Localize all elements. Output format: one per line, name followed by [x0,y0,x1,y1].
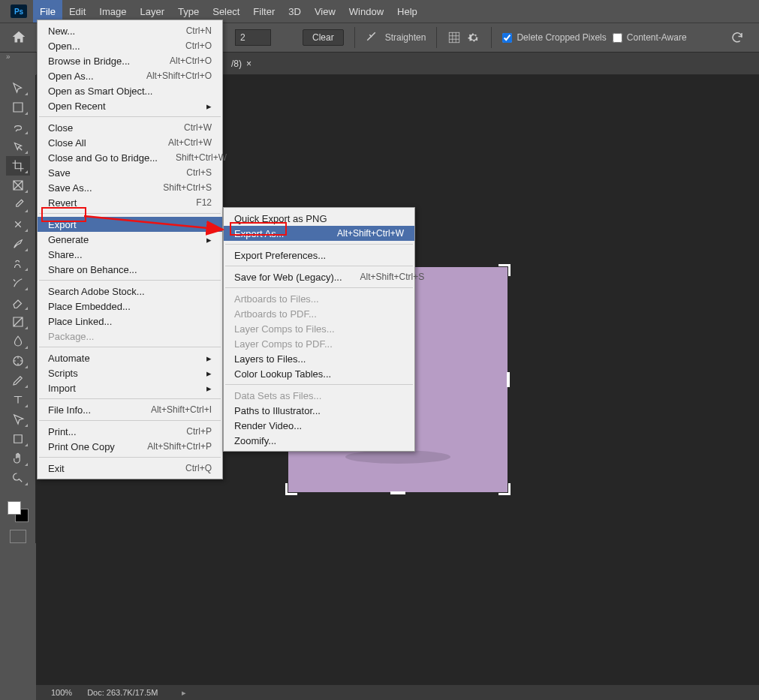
menu-item-label: Place Linked... [48,316,112,327]
file-menu-item-revert[interactable]: RevertF12 [38,195,222,210]
menu-item-label: Close and Go to Bridge... [48,152,158,164]
tool-dodge[interactable] [6,351,30,371]
quick-mask-icon[interactable] [10,530,26,543]
file-menu-item-open-recent[interactable]: Open Recent▸ [38,98,222,113]
menu-filter[interactable]: Filter [246,0,282,23]
file-menu-item-import[interactable]: Import▸ [38,380,222,395]
file-menu-item-exit[interactable]: ExitCtrl+Q [38,461,222,476]
tool-eyedropper[interactable] [6,195,30,215]
export-menu-item-layers-to-files[interactable]: Layers to Files... [224,351,414,366]
menu-item-label: Export As... [234,228,284,239]
file-menu-item-open[interactable]: Open...Ctrl+O [38,38,222,53]
crop-handle-tr[interactable] [498,264,511,276]
gear-icon[interactable] [467,31,480,44]
export-menu-item-render-video[interactable]: Render Video... [224,418,414,433]
clear-button[interactable]: Clear [303,29,344,46]
export-menu-item-save-for-web-legacy[interactable]: Save for Web (Legacy)...Alt+Shift+Ctrl+S [224,269,414,284]
export-menu-item-export-preferences[interactable]: Export Preferences... [224,248,414,263]
menu-help[interactable]: Help [390,0,424,23]
document-tab[interactable]: /8) × [225,59,258,69]
tool-frame[interactable] [6,176,30,195]
file-menu-item-export[interactable]: Export▸ [38,217,222,232]
tool-marquee[interactable] [6,98,30,117]
tool-path-select[interactable] [6,410,30,429]
file-menu-item-file-info[interactable]: File Info...Alt+Shift+Ctrl+I [38,402,222,417]
tool-pen[interactable] [6,371,30,390]
menu-shortcut: Shift+Ctrl+S [163,182,212,193]
file-menu-item-close-and-go-to-bridge[interactable]: Close and Go to Bridge...Shift+Ctrl+W [38,150,222,165]
tool-move[interactable] [6,78,30,98]
file-menu-item-share-on-behance[interactable]: Share on Behance... [38,262,222,277]
file-menu-item-automate[interactable]: Automate▸ [38,350,222,365]
file-menu-item-save-as[interactable]: Save As...Shift+Ctrl+S [38,180,222,195]
file-menu-item-close-all[interactable]: Close AllAlt+Ctrl+W [38,135,222,150]
tool-zoom[interactable] [6,468,30,488]
tool-brush[interactable] [6,234,30,254]
crop-handle-bl[interactable] [285,483,297,495]
content-aware-input[interactable] [613,33,622,43]
file-menu-item-place-embedded[interactable]: Place Embedded... [38,299,222,314]
file-menu-item-browse-in-bridge[interactable]: Browse in Bridge...Alt+Ctrl+O [38,53,222,68]
tool-gradient[interactable] [6,312,30,332]
crop-handle-right[interactable] [507,372,510,387]
menu-item-label: Artboards to Files... [234,293,319,305]
status-bar: 100% Doc: 263.7K/17.5M ▸ [36,685,759,700]
export-menu-item-quick-export-as-png[interactable]: Quick Export as PNG [224,211,414,226]
file-menu-item-open-as[interactable]: Open As...Alt+Shift+Ctrl+O [38,68,222,83]
straighten-icon[interactable] [366,31,379,44]
file-menu-item-search-adobe-stock[interactable]: Search Adobe Stock... [38,284,222,299]
export-menu-item-export-as[interactable]: Export As...Alt+Shift+Ctrl+W [224,226,414,241]
file-menu-item-save[interactable]: SaveCtrl+S [38,165,222,180]
file-menu-item-place-linked[interactable]: Place Linked... [38,314,222,329]
export-menu-item-paths-to-illustrator[interactable]: Paths to Illustrator... [224,403,414,418]
menu-view[interactable]: View [308,0,342,23]
crop-handle-bottom[interactable] [390,491,405,494]
menu-separator [225,266,413,266]
export-menu-item-zoomify[interactable]: Zoomify... [224,433,414,448]
file-menu-item-generate[interactable]: Generate▸ [38,232,222,247]
tool-hand[interactable] [6,449,30,468]
tool-blur[interactable] [6,332,30,351]
menu-item-label: Share... [48,249,83,260]
delete-cropped-checkbox[interactable]: Delete Cropped Pixels [502,32,606,43]
chevron-right-icon[interactable]: ▸ [182,688,186,698]
menu-shortcut: Ctrl+S [186,167,212,178]
tool-quick-select[interactable] [6,137,30,156]
tool-history-brush[interactable] [6,273,30,293]
delete-cropped-input[interactable] [502,33,512,43]
file-menu-item-open-as-smart-object[interactable]: Open as Smart Object... [38,83,222,98]
fg-color[interactable] [8,501,21,515]
menu-item-label: Export Preferences... [234,250,326,261]
file-menu-item-scripts[interactable]: Scripts▸ [38,365,222,380]
tool-eraser[interactable] [6,293,30,312]
crop-handle-br[interactable] [498,483,511,495]
tool-clone[interactable] [6,254,30,273]
tool-healing[interactable] [6,215,30,234]
tool-rectangle[interactable] [6,429,30,449]
ratio-input[interactable] [235,29,271,46]
file-menu-item-share[interactable]: Share... [38,247,222,262]
tool-crop[interactable] [6,156,30,176]
menu-separator [225,384,413,385]
grid-icon[interactable] [447,31,461,44]
file-menu-item-print-one-copy[interactable]: Print One CopyAlt+Shift+Ctrl+P [38,439,222,454]
content-aware-checkbox[interactable]: Content-Aware [613,32,687,43]
close-icon[interactable]: × [246,59,251,69]
tool-type[interactable] [6,390,30,410]
document-tab-label: /8) [231,59,242,69]
color-swatches[interactable] [6,500,30,524]
menu-item-label: Exit [48,463,65,474]
menu-shortcut: Alt+Ctrl+O [170,56,212,66]
menu-3d[interactable]: 3D [282,0,308,23]
menu-item-label: Open As... [48,71,94,82]
reset-icon[interactable] [730,31,744,44]
file-menu-item-close[interactable]: CloseCtrl+W [38,120,222,135]
file-menu-item-print[interactable]: Print...Ctrl+P [38,424,222,439]
menu-window[interactable]: Window [342,0,390,23]
home-icon[interactable] [11,29,27,46]
menu-shortcut: Ctrl+Q [185,463,212,473]
tool-lasso[interactable] [6,117,30,137]
export-menu-item-color-lookup-tables[interactable]: Color Lookup Tables... [224,366,414,381]
file-menu-item-new[interactable]: New...Ctrl+N [38,23,222,38]
zoom-level[interactable]: 100% [51,688,72,697]
